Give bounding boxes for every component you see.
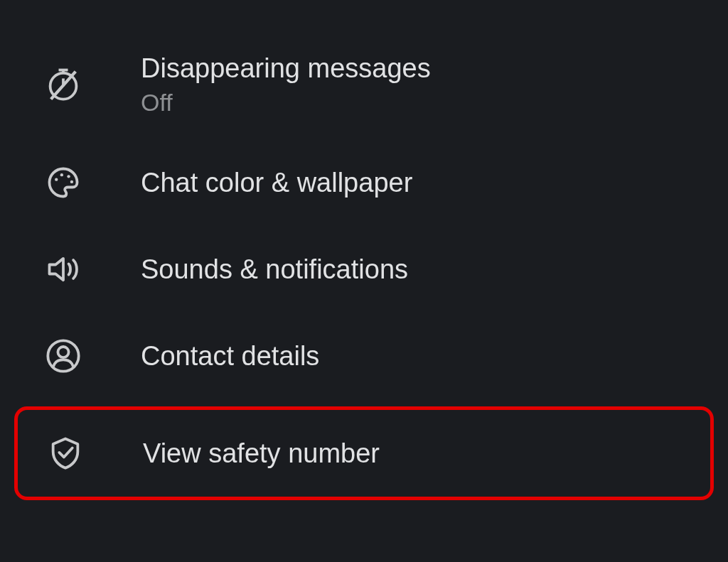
settings-list: Disappearing messages Off Chat color & w… [0, 0, 728, 500]
settings-item-view-safety-number[interactable]: View safety number [14, 406, 714, 500]
svg-point-8 [70, 180, 73, 183]
svg-point-6 [60, 173, 63, 176]
settings-item-contact-details[interactable]: Contact details [0, 313, 728, 399]
item-text: View safety number [143, 436, 380, 471]
item-text: Contact details [141, 339, 319, 374]
svg-point-9 [48, 341, 78, 372]
item-subtitle: Off [141, 89, 431, 117]
person-circle-icon [43, 335, 84, 377]
item-title: Disappearing messages [141, 51, 431, 86]
timer-off-icon [43, 63, 84, 104]
svg-point-7 [67, 175, 70, 178]
item-text: Chat color & wallpaper [141, 166, 412, 200]
item-text: Disappearing messages Off [141, 51, 431, 117]
palette-icon [43, 162, 84, 203]
speaker-icon [43, 249, 84, 290]
item-title: Sounds & notifications [141, 252, 408, 287]
item-title: View safety number [143, 436, 380, 471]
svg-point-5 [55, 178, 58, 181]
settings-item-disappearing-messages[interactable]: Disappearing messages Off [0, 28, 728, 139]
item-title: Chat color & wallpaper [141, 166, 412, 200]
item-title: Contact details [141, 339, 319, 374]
svg-point-10 [58, 347, 68, 357]
shield-check-icon [45, 433, 86, 474]
item-text: Sounds & notifications [141, 252, 408, 287]
settings-item-sounds-notifications[interactable]: Sounds & notifications [0, 226, 728, 313]
settings-item-chat-color[interactable]: Chat color & wallpaper [0, 139, 728, 226]
